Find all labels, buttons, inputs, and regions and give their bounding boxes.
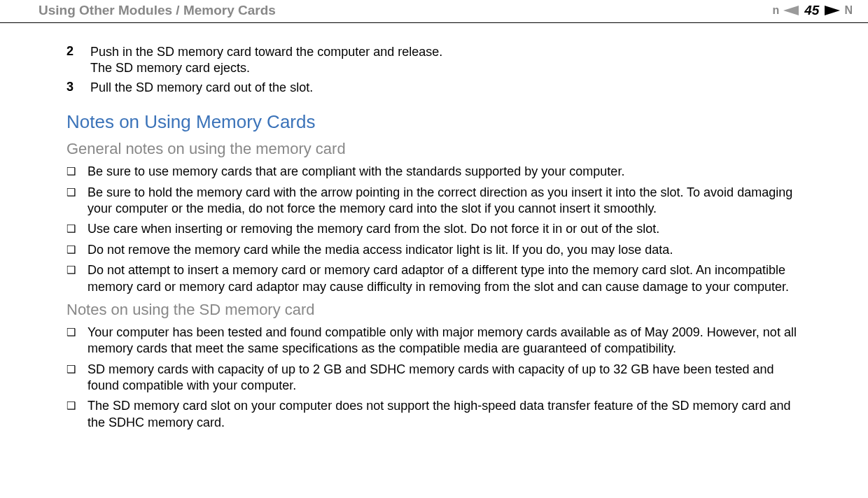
section-heading: Notes on Using Memory Cards [66, 111, 802, 133]
bullet-icon: ❑ [66, 362, 88, 378]
list-item-text: SD memory cards with capacity of up to 2… [88, 362, 802, 394]
step-line: Pull the SD memory card out of the slot. [90, 80, 313, 96]
list-item-text: The SD memory card slot on your computer… [88, 398, 802, 431]
list-item: ❑ The SD memory card slot on your comput… [66, 398, 802, 431]
list-item-text: Do not remove the memory card while the … [88, 242, 673, 258]
list-item: ❑ Do not remove the memory card while th… [66, 242, 802, 258]
list-item: ❑ Be sure to use memory cards that are c… [66, 164, 802, 180]
breadcrumb: Using Other Modules / Memory Cards [38, 3, 276, 18]
step-2: 2 Push in the SD memory card toward the … [66, 44, 802, 77]
list-item-text: Be sure to use memory cards that are com… [88, 164, 624, 180]
list-item: ❑ Your computer has been tested and foun… [66, 325, 802, 357]
list-item-text: Do not attempt to insert a memory card o… [88, 262, 802, 295]
bullet-icon: ❑ [66, 164, 88, 180]
nav-n-right[interactable]: N [844, 4, 853, 17]
document-page: Using Other Modules / Memory Cards n 45 … [0, 0, 868, 498]
page-navigator: n 45 N [771, 3, 854, 18]
step-line: Push in the SD memory card toward the co… [90, 44, 442, 60]
page-content: 2 Push in the SD memory card toward the … [0, 23, 868, 431]
list-item: ❑ SD memory cards with capacity of up to… [66, 362, 802, 394]
list-item: ❑ Be sure to hold the memory card with t… [66, 185, 802, 218]
step-3: 3 Pull the SD memory card out of the slo… [66, 80, 802, 96]
prev-page-icon[interactable] [783, 6, 799, 15]
step-text: Pull the SD memory card out of the slot. [90, 80, 313, 96]
bullet-icon: ❑ [66, 262, 88, 278]
page-number: 45 [804, 3, 819, 18]
bullet-icon: ❑ [66, 185, 88, 201]
bullet-icon: ❑ [66, 242, 88, 258]
step-text: Push in the SD memory card toward the co… [90, 44, 442, 77]
list-item: ❑ Do not attempt to insert a memory card… [66, 262, 802, 295]
svg-marker-1 [825, 6, 840, 15]
bullet-icon: ❑ [66, 325, 88, 341]
subsection-heading: Notes on using the SD memory card [66, 301, 802, 319]
step-line: The SD memory card ejects. [90, 60, 442, 76]
step-number: 2 [66, 44, 90, 59]
general-notes-list: ❑ Be sure to use memory cards that are c… [66, 164, 802, 295]
next-page-icon[interactable] [825, 6, 840, 15]
step-number: 3 [66, 80, 90, 94]
bullet-icon: ❑ [66, 398, 88, 414]
list-item: ❑ Use care when inserting or removing th… [66, 221, 802, 237]
list-item-text: Your computer has been tested and found … [88, 325, 802, 357]
page-header: Using Other Modules / Memory Cards n 45 … [0, 0, 868, 23]
sd-notes-list: ❑ Your computer has been tested and foun… [66, 325, 802, 431]
list-item-text: Be sure to hold the memory card with the… [88, 185, 802, 218]
subsection-heading: General notes on using the memory card [66, 140, 802, 158]
bullet-icon: ❑ [66, 221, 88, 237]
list-item-text: Use care when inserting or removing the … [88, 221, 659, 237]
svg-marker-0 [783, 6, 799, 15]
nav-n-left[interactable]: n [773, 4, 780, 17]
